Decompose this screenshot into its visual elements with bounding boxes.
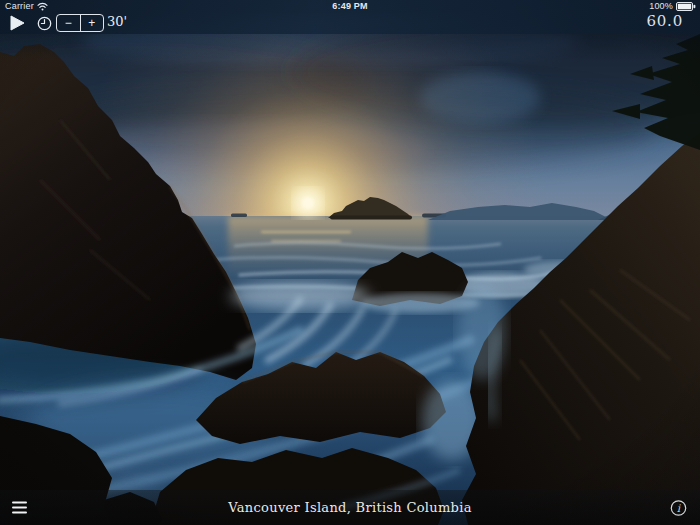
info-icon: i [670,499,687,516]
app-screen: Carrier 6:49 PM 100% [0,0,700,525]
vignette [0,0,700,525]
countdown-value: 60.0 [646,12,683,30]
playback-toolbar: − + 30' 60.0 [0,13,700,34]
bottom-bar: Vancouver Island, British Columbia i [0,490,700,525]
wifi-icon [37,2,48,11]
play-button[interactable] [10,15,25,31]
interval-increase-button[interactable]: + [81,15,104,31]
info-glyph: i [677,501,682,513]
clock-icon [37,16,52,31]
interval-decrease-button[interactable]: − [57,15,80,31]
photo-caption: Vancouver Island, British Columbia [0,500,700,515]
timer-button[interactable] [37,16,52,31]
top-bar: Carrier 6:49 PM 100% [0,0,700,34]
battery-percent: 100% [649,1,673,11]
status-bar: Carrier 6:49 PM 100% [0,0,700,13]
info-button[interactable]: i [670,499,687,516]
battery-icon [676,2,696,11]
clock-time: 6:49 PM [332,1,367,11]
interval-label: 30' [107,14,127,29]
photo-slideshow-image[interactable] [0,0,700,525]
play-icon [10,15,25,31]
interval-stepper: − + [56,14,104,32]
top-shade [0,34,700,60]
carrier-label: Carrier [5,1,34,11]
